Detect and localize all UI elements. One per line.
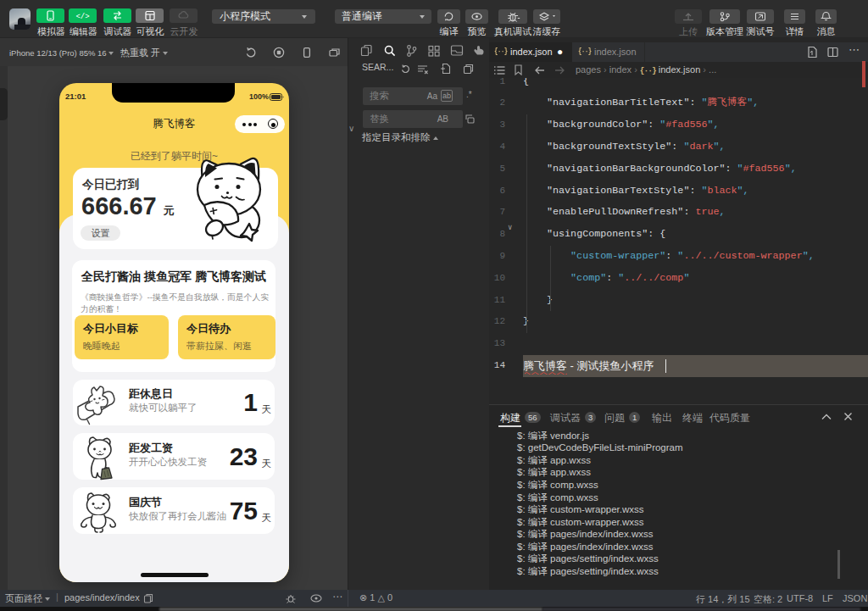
svg-text:</>: </> [75, 13, 89, 21]
